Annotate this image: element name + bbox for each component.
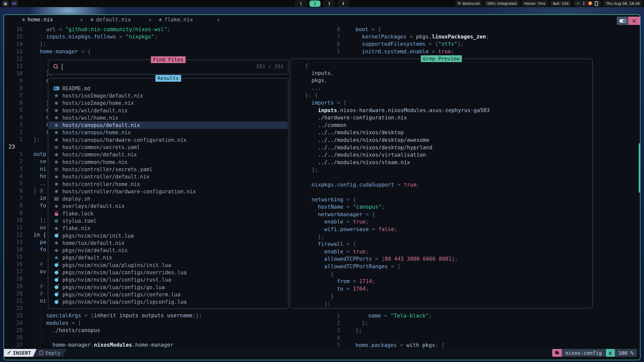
workspace-3[interactable]: 3 (324, 1, 335, 7)
result-label: pkgs/nvim/nvim/lua/configs/go.lua (62, 284, 165, 290)
result-item[interactable]: ❄hosts/controller/hardware-configuration… (49, 188, 288, 195)
code-line: firewall = { (294, 241, 490, 248)
line-number: 23 (4, 312, 23, 319)
code-line: imports = [ (294, 99, 490, 107)
code-line: enable = true; (294, 248, 490, 256)
result-item[interactable]: ❄pkgs/nvim/default.nix (49, 247, 288, 254)
result-item[interactable]: pkgs/nvim/nvim/lua/configs/conform.lua (49, 291, 288, 298)
code-text: { (294, 270, 334, 278)
tab-close-icon[interactable]: × (149, 17, 151, 22)
code-text: enable = true; (294, 248, 369, 256)
result-label: pkgs/nvim/nvim/lua/configs/overrides.lua (62, 269, 187, 276)
phone-icon[interactable] (595, 1, 598, 6)
result-item[interactable]: ❄hosts/canopus/default.nix (49, 121, 288, 129)
code-text: ni (23, 297, 46, 305)
results-list[interactable]: M↓README.md❄hosts/isoImage/default.nix❄h… (49, 85, 288, 307)
result-item[interactable]: ⚙hosts/controller/secrets.yaml (49, 166, 288, 173)
project-name: nixos-config (562, 349, 605, 357)
line-number: 9 (4, 209, 23, 217)
top-bar: ▦ $W 1234 P: BalancedGPU: IntegratedHome… (0, 0, 644, 7)
result-item[interactable]: ❄pkgs/default.nix (49, 254, 288, 261)
grep-preview-panel: Grep Preview { inputs, pkgs, ...}: { imp… (290, 59, 593, 308)
network-icon[interactable]: ✂ (577, 1, 580, 6)
pin-toggle-button[interactable] (617, 17, 628, 25)
result-item[interactable]: ❄overlays/default.nix (49, 203, 288, 210)
file-icon-lua (53, 271, 59, 275)
code-line: hostName = "canopus"; (294, 203, 490, 211)
window-close-button[interactable]: × (628, 17, 640, 25)
mode-segment: INSERT (4, 349, 36, 357)
result-item[interactable]: >_deploy.sh (49, 195, 288, 202)
result-label: hosts/controller/hardware-configuration.… (62, 189, 196, 195)
nix-file-icon: ❄ (54, 137, 58, 143)
file-icon-nix: ❄ (53, 182, 59, 187)
grep-preview-title: Grep Preview (421, 55, 462, 62)
mode-label: INSERT (13, 350, 31, 356)
tab-default.nix[interactable]: ❄default.nix× (91, 15, 159, 24)
code-line (294, 189, 490, 196)
result-item[interactable]: ❄hosts/wsl/home.nix (49, 114, 288, 121)
result-item[interactable]: pkgs/nvim/nvim/lua/configs/rust.lua (49, 276, 288, 284)
code-text: fo (23, 202, 46, 209)
result-item[interactable]: pkgs/nvim/nvim/init.lua (49, 232, 288, 239)
result-item[interactable]: ❄flake.nix (49, 225, 288, 232)
workspace-2[interactable]: 2 (309, 1, 320, 7)
apps-grid-icon[interactable]: ▦ (2, 1, 9, 6)
browser-icon[interactable] (588, 2, 592, 5)
find-files-prompt[interactable]: Find Files 251 / 251 (48, 60, 289, 74)
result-item[interactable]: flake.lock (49, 210, 288, 217)
code-text: se (23, 158, 46, 165)
result-item[interactable]: ❄hosts/isoImage/default.nix (49, 92, 288, 99)
result-item[interactable]: pkgs/nvim/nvim/lua/configs/lspconfig.lua (49, 298, 288, 306)
tab-close-icon[interactable]: × (217, 17, 220, 22)
result-item[interactable]: ❄hosts/canopus/home.nix (49, 129, 288, 136)
result-item[interactable]: ❄hosts/wsl/default.nix (49, 107, 288, 114)
line-number: 11 (4, 63, 23, 70)
result-label: hosts/isoImage/default.nix (62, 93, 143, 99)
workspace-4[interactable]: 4 (338, 1, 349, 7)
line-number: 13 (4, 48, 23, 55)
code-line: ]; (294, 166, 490, 174)
line-number: 1 (324, 312, 340, 320)
right-editor-pane[interactable]: 8 boot = {7 kernelPackages = pkgs.linuxP… (324, 26, 489, 55)
result-item[interactable]: pkgs/nvim/nvim/lua/configs/go.lua (49, 284, 288, 291)
line-number: 13 (4, 239, 23, 246)
code-text: in (23, 195, 46, 202)
result-item[interactable]: ❄hosts/controller/home.nix (49, 180, 288, 188)
result-label: home/tux/default.nix (62, 240, 125, 246)
result-item[interactable]: ⚙stylua.toml (49, 217, 288, 224)
result-item[interactable]: M↓README.md (49, 85, 288, 92)
scrollbar-thumb[interactable] (639, 143, 640, 193)
result-label: overlays/default.nix (62, 203, 125, 209)
tab-close-icon[interactable]: × (80, 17, 83, 22)
file-state-label: Empty (45, 350, 60, 356)
code-text: wifi.powersave = false; (294, 226, 397, 233)
result-label: pkgs/nvim/nvim/lua/configs/conform.lua (62, 292, 180, 298)
code-line: pkgs, (294, 77, 490, 84)
tab-home.nix[interactable]: ❄home.nix× (22, 15, 91, 24)
result-item[interactable]: ❄hosts/canopus/hardware-configuration.ni… (49, 136, 288, 144)
result-label: README.md (62, 85, 90, 92)
result-item[interactable]: ⚙hosts/common/secrets.yaml (49, 144, 288, 151)
result-item[interactable]: ❄hosts/controller/default.nix (49, 173, 288, 180)
line-number: 18 (4, 275, 23, 283)
workspace-1[interactable]: 1 (295, 1, 306, 7)
result-item[interactable]: pkgs/nvim/nvim/lua/configs/overrides.lua (49, 269, 288, 276)
tab-flake.nix[interactable]: ❄flake.nix× (159, 15, 227, 24)
result-item[interactable]: ❄hosts/isoImage/home.nix (49, 100, 288, 107)
bluetooth-icon[interactable]: ᛒ (583, 1, 585, 6)
code-text: allowedTCPPorts = [80 443 3000 6666 8081… (294, 255, 458, 263)
clock: Thu Aug 08, 18:16 (603, 1, 642, 6)
code-line: 1 name = "Tela-black"; (324, 312, 445, 320)
project-badge (552, 349, 562, 357)
result-label: pkgs/nvim/nvim/init.lua (62, 233, 134, 239)
right-editor-pane-bottom[interactable]: 1 name = "Tela-black";2 };3 };45 home.pa… (324, 312, 445, 349)
result-item[interactable]: ❄home/tux/default.nix (49, 239, 288, 247)
result-item[interactable]: ❄hosts/common/home.nix (49, 158, 288, 166)
code-line: ../../modules/nixos/desktop (294, 129, 490, 137)
result-item[interactable]: pkgs/nvim/nvim/lua/plugins/init.lua (49, 261, 288, 269)
result-label: hosts/wsl/home.nix (62, 115, 118, 121)
file-icon-nix: ❄ (53, 226, 59, 231)
code-text: # (23, 261, 43, 268)
result-item[interactable]: ❄hosts/common/default.nix (49, 151, 288, 158)
